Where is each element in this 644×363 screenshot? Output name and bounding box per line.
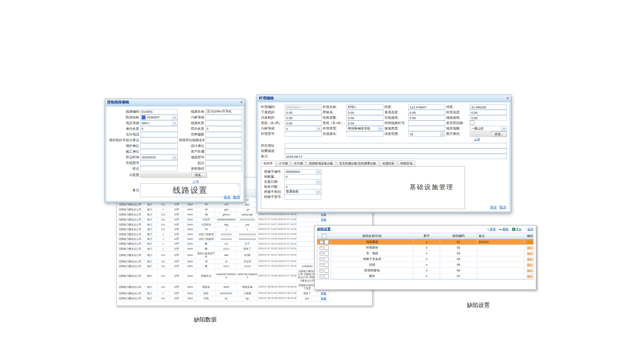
field-input[interactable]: 41.695293 (470, 104, 507, 110)
row-checkbox[interactable] (324, 257, 329, 261)
edit-link[interactable]: 编辑 (527, 263, 533, 267)
expand-icon[interactable]: + (320, 263, 323, 267)
field-input[interactable]: 2015-06-17 (285, 154, 507, 159)
defect-row[interactable]: +绝缘子及金具x04编辑 (317, 256, 533, 262)
field-input[interactable]: 0.00 (346, 115, 383, 120)
tab-线路附属设备台账[interactable]: 线路附属设备台账 (306, 160, 336, 166)
chevron-down-icon[interactable]: ▼ (316, 179, 321, 184)
toolbar-link[interactable]: 返回 (527, 227, 533, 231)
field-input[interactable]: 一般山区▼ (470, 126, 507, 131)
select-all-checkbox[interactable] (322, 234, 326, 238)
browse-button[interactable]: 浏览... (191, 172, 207, 178)
defect-row[interactable]: +附件x07编辑 (317, 273, 533, 279)
view-link[interactable]: 查看 (321, 213, 326, 216)
scroll-up-icon[interactable]: ▲ (237, 184, 239, 186)
field-input[interactable] (408, 126, 445, 131)
field-input[interactable] (205, 166, 242, 171)
field-input[interactable]: 0.00 (285, 115, 322, 120)
field-input[interactable]: 2015/6/23▼ (140, 155, 178, 160)
expand-icon[interactable]: + (320, 246, 323, 250)
chevron-down-icon[interactable]: ▼ (172, 155, 177, 160)
line-dialog-titlebar[interactable]: 巡检线路编辑 × (105, 99, 245, 106)
field-input[interactable]: 0.00 (470, 115, 507, 120)
checkbox[interactable] (470, 120, 507, 126)
defect-row[interactable]: +导、地线x03编辑 (317, 251, 533, 256)
cancel-button[interactable]: 取消 (233, 195, 240, 200)
field-input[interactable] (140, 149, 178, 154)
field-input[interactable]: 普通瓷瓶▼ (284, 189, 321, 195)
edit-link[interactable]: 编辑 (527, 257, 533, 261)
toolbar-item-返回[interactable]: ↑返回 (525, 227, 534, 231)
chevron-down-icon[interactable]: ▼ (378, 126, 383, 131)
field-input[interactable] (205, 138, 242, 143)
edit-link[interactable]: 编辑 (527, 268, 533, 273)
defect-row[interactable]: +防雷和接地x06编辑 (317, 268, 533, 273)
chevron-down-icon[interactable]: ▼ (172, 121, 177, 125)
defect-row[interactable]: +拉线x05编辑 (317, 262, 533, 268)
chevron-down-icon[interactable]: ▼ (316, 190, 321, 194)
field-input[interactable] (284, 194, 321, 200)
toolbar-item-删除[interactable]: ▬删除 (499, 227, 509, 231)
field-input[interactable]: 汶川220kV开关站 (205, 109, 242, 114)
tower-dialog-titlebar[interactable]: 杆塔编辑 × (257, 95, 511, 102)
edit-link[interactable]: 编辑 (527, 246, 533, 250)
save-button[interactable]: 保存 (224, 195, 230, 200)
browse-button[interactable]: 浏览... (491, 132, 507, 137)
field-input[interactable]: V▼ (285, 126, 322, 131)
chevron-down-icon[interactable]: ▼ (316, 126, 321, 131)
toolbar-item-新增[interactable]: +新增 (487, 227, 495, 231)
field-input[interactable] (205, 155, 242, 160)
row-checkbox[interactable] (324, 251, 329, 256)
tab-交叉跨越台账/交跨测量台账[interactable]: 交叉跨越台账/交跨测量台账 (336, 160, 379, 166)
field-input[interactable] (140, 166, 178, 171)
field-input[interactable]: 15▲▼ (408, 131, 445, 137)
expand-icon[interactable]: + (320, 240, 323, 244)
chevron-down-icon[interactable]: ▼ (501, 126, 506, 131)
field-input[interactable]: 0 (205, 126, 242, 132)
expand-icon[interactable]: + (320, 257, 323, 261)
field-input[interactable]: 0.00 (346, 110, 383, 115)
field-input[interactable]: 0 (284, 184, 321, 190)
tab-大号侧[interactable]: 大号侧 (291, 160, 306, 166)
cancel-button[interactable]: 取消 (499, 205, 506, 210)
field-input[interactable] (285, 131, 322, 137)
close-icon[interactable]: × (240, 100, 243, 104)
chevron-down-icon[interactable]: ▼ (172, 115, 177, 120)
tab-光缆信息[interactable]: 光缆信息 (380, 160, 397, 166)
field-input[interactable]: 单回角钢塔直线▼ (346, 126, 383, 131)
defect-row[interactable]: +杆塔部份x02编辑 (317, 245, 533, 251)
field-input[interactable]: 0.00 (285, 110, 322, 115)
field-input[interactable]: D10001 (140, 109, 178, 114)
field-input[interactable] (285, 148, 507, 154)
spinner-icons[interactable]: ▲▼ (440, 132, 445, 136)
expand-icon[interactable]: + (320, 269, 323, 272)
field-input[interactable] (205, 143, 242, 149)
field-input[interactable] (140, 143, 178, 149)
save-button[interactable]: 保存 (490, 205, 497, 210)
expand-icon[interactable]: + (320, 274, 323, 278)
row-checkbox[interactable] (324, 240, 329, 244)
field-input[interactable]: 0.00 (408, 110, 445, 115)
field-input[interactable]: ▼ (284, 179, 321, 185)
field-input[interactable]: 0 (284, 174, 321, 179)
field-input[interactable] (205, 115, 242, 120)
checkbox-box[interactable] (470, 120, 474, 125)
toolbar-link[interactable]: 删除 (503, 227, 509, 231)
row-checkbox[interactable] (324, 246, 329, 250)
field-input[interactable]: 杆塔1 (346, 104, 383, 110)
field-input[interactable]: 66KV▼ (140, 120, 178, 126)
field-input[interactable] (346, 131, 383, 137)
edit-link[interactable]: 编辑 (527, 251, 533, 256)
field-input[interactable] (285, 143, 507, 148)
tab-特殊区域[interactable]: 特殊区域 (398, 160, 415, 166)
field-input[interactable]: 0.00 (408, 115, 445, 120)
field-input[interactable] (205, 160, 242, 166)
upload-link[interactable]: 上传 (474, 137, 480, 142)
tab-小号侧[interactable]: 小号侧 (276, 160, 290, 166)
row-checkbox[interactable] (324, 268, 329, 273)
spinner-down-icon[interactable]: ▼ (442, 134, 443, 136)
field-input[interactable]: 0.00 (470, 110, 507, 115)
field-input[interactable]: 0.00 (346, 120, 383, 126)
field-input[interactable]: 0 (140, 126, 178, 132)
toolbar-link[interactable]: 新增 (490, 227, 496, 231)
